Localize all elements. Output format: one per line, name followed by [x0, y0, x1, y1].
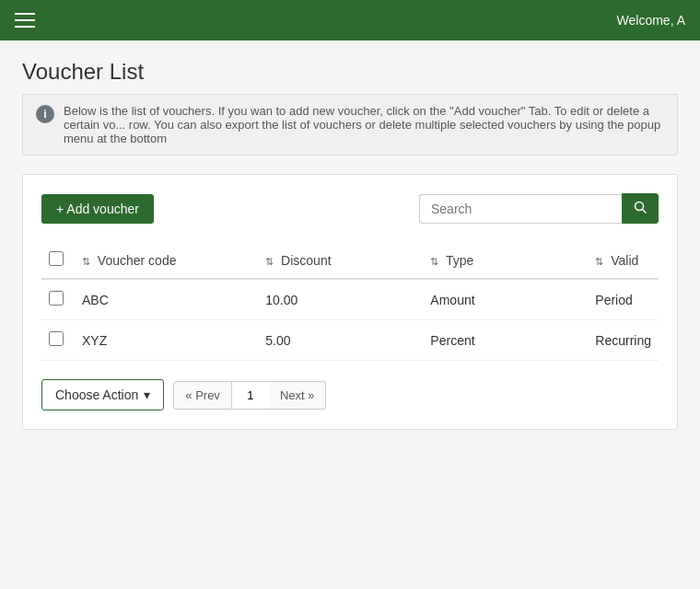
header-check: [41, 242, 75, 279]
row-checkbox[interactable]: [49, 291, 64, 306]
prev-page-button[interactable]: « Prev: [173, 381, 232, 410]
main-content: Voucher List i Below is the list of vouc…: [0, 40, 700, 589]
table-header: ⇅ Voucher code ⇅ Discount ⇅ Type ⇅ Valid: [41, 242, 659, 279]
search-input[interactable]: [419, 194, 622, 224]
info-icon: i: [36, 105, 54, 123]
header-type[interactable]: ⇅ Type: [423, 242, 588, 279]
row-code: XYZ: [75, 320, 258, 361]
dropdown-arrow-icon: ▾: [144, 387, 150, 402]
row-discount: 5.00: [258, 320, 423, 361]
select-all-checkbox[interactable]: [49, 251, 64, 266]
toolbar: + Add voucher: [41, 193, 659, 224]
table-row: ABC 10.00 Amount Period: [41, 279, 659, 320]
add-voucher-button[interactable]: + Add voucher: [41, 194, 154, 224]
row-type: Percent: [423, 320, 588, 361]
table-row: XYZ 5.00 Percent Recurring: [41, 320, 659, 361]
welcome-text: Welcome, A: [617, 13, 685, 28]
pagination: « Prev Next »: [173, 381, 326, 410]
search-icon: [634, 201, 647, 214]
header-discount[interactable]: ⇅ Discount: [258, 242, 423, 279]
bottom-bar: Choose Action ▾ « Prev Next »: [41, 379, 659, 410]
choose-action-button[interactable]: Choose Action ▾: [41, 379, 164, 410]
header-voucher-code[interactable]: ⇅ Voucher code: [75, 242, 258, 279]
svg-line-1: [643, 210, 647, 214]
hamburger-menu-button[interactable]: [15, 13, 35, 28]
sort-icon-discount: ⇅: [265, 256, 274, 268]
page-number-input[interactable]: [232, 381, 269, 410]
voucher-table: ⇅ Voucher code ⇅ Discount ⇅ Type ⇅ Valid: [41, 242, 659, 361]
sort-icon-type: ⇅: [430, 256, 438, 268]
info-text: Below is the list of vouchers. If you wa…: [64, 104, 664, 145]
voucher-panel: + Add voucher ⇅: [22, 174, 678, 430]
row-checkbox-cell: [41, 279, 75, 320]
row-valid: Recurring: [588, 320, 659, 361]
row-discount: 10.00: [258, 279, 423, 320]
search-group: [419, 193, 659, 224]
page-title: Voucher List: [22, 59, 678, 85]
sort-icon-valid: ⇅: [595, 256, 603, 268]
row-checkbox-cell: [41, 320, 75, 361]
search-button[interactable]: [622, 193, 659, 224]
sort-icon-code: ⇅: [82, 256, 90, 268]
topbar: Welcome, A: [0, 0, 700, 40]
row-type: Amount: [423, 279, 588, 320]
header-valid[interactable]: ⇅ Valid: [588, 242, 659, 279]
next-page-button[interactable]: Next »: [269, 381, 327, 410]
info-bar: i Below is the list of vouchers. If you …: [22, 94, 678, 156]
table-body: ABC 10.00 Amount Period XYZ 5.00 Percent…: [41, 279, 659, 361]
row-code: ABC: [75, 279, 258, 320]
row-checkbox[interactable]: [49, 331, 64, 346]
row-valid: Period: [588, 279, 659, 320]
